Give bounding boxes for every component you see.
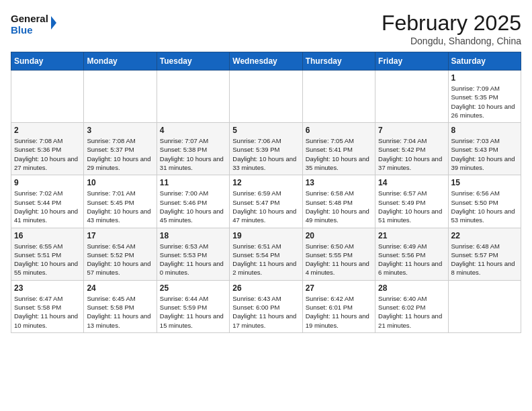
weekday-header-monday: Monday — [84, 52, 157, 71]
page-header: GeneralBlue February 2025 Dongdu, Shando… — [11, 11, 521, 46]
svg-marker-2 — [51, 16, 56, 30]
calendar-cell: 24Sunrise: 6:45 AM Sunset: 5:58 PM Dayli… — [84, 280, 157, 332]
weekday-header-row: SundayMondayTuesdayWednesdayThursdayFrid… — [11, 52, 521, 71]
day-number: 22 — [451, 231, 518, 240]
day-number: 14 — [378, 178, 445, 187]
calendar-cell: 19Sunrise: 6:51 AM Sunset: 5:54 PM Dayli… — [230, 228, 302, 280]
calendar-cell — [84, 71, 157, 123]
day-info: Sunrise: 6:49 AM Sunset: 5:56 PM Dayligh… — [378, 242, 445, 277]
day-number: 9 — [14, 178, 81, 187]
calendar-week-1: 1Sunrise: 7:09 AM Sunset: 5:35 PM Daylig… — [11, 71, 521, 123]
day-number: 11 — [160, 178, 226, 187]
weekday-header-thursday: Thursday — [302, 52, 375, 71]
day-info: Sunrise: 7:08 AM Sunset: 5:37 PM Dayligh… — [87, 136, 153, 172]
day-number: 5 — [232, 126, 299, 135]
day-info: Sunrise: 6:48 AM Sunset: 5:57 PM Dayligh… — [451, 242, 518, 277]
calendar-cell: 16Sunrise: 6:55 AM Sunset: 5:51 PM Dayli… — [11, 228, 84, 280]
day-info: Sunrise: 7:09 AM Sunset: 5:35 PM Dayligh… — [451, 84, 518, 120]
location: Dongdu, Shandong, China — [382, 36, 521, 46]
calendar-cell — [11, 71, 84, 123]
weekday-header-wednesday: Wednesday — [230, 52, 302, 71]
day-info: Sunrise: 6:59 AM Sunset: 5:47 PM Dayligh… — [232, 189, 299, 224]
day-info: Sunrise: 7:07 AM Sunset: 5:38 PM Dayligh… — [160, 136, 226, 172]
calendar-cell: 5Sunrise: 7:06 AM Sunset: 5:39 PM Daylig… — [230, 123, 302, 175]
day-number: 12 — [232, 178, 299, 187]
day-number: 25 — [160, 283, 226, 293]
day-number: 8 — [451, 126, 518, 135]
calendar-cell — [448, 280, 521, 332]
calendar-cell: 21Sunrise: 6:49 AM Sunset: 5:56 PM Dayli… — [375, 228, 448, 280]
calendar-cell: 13Sunrise: 6:58 AM Sunset: 5:48 PM Dayli… — [302, 175, 375, 228]
calendar-cell: 15Sunrise: 6:56 AM Sunset: 5:50 PM Dayli… — [448, 175, 521, 228]
weekday-header-saturday: Saturday — [448, 52, 521, 71]
day-info: Sunrise: 6:44 AM Sunset: 5:59 PM Dayligh… — [160, 294, 226, 330]
weekday-header-friday: Friday — [375, 52, 448, 71]
day-number: 20 — [306, 231, 372, 240]
day-info: Sunrise: 7:02 AM Sunset: 5:44 PM Dayligh… — [14, 189, 81, 224]
day-info: Sunrise: 6:51 AM Sunset: 5:54 PM Dayligh… — [232, 242, 299, 277]
calendar-cell: 14Sunrise: 6:57 AM Sunset: 5:49 PM Dayli… — [375, 175, 448, 228]
day-number: 4 — [160, 126, 226, 135]
day-number: 19 — [232, 231, 299, 240]
day-info: Sunrise: 6:43 AM Sunset: 6:00 PM Dayligh… — [232, 294, 299, 330]
calendar-cell: 23Sunrise: 6:47 AM Sunset: 5:58 PM Dayli… — [11, 280, 84, 332]
day-info: Sunrise: 6:47 AM Sunset: 5:58 PM Dayligh… — [14, 294, 81, 330]
month-title: February 2025 — [382, 11, 521, 36]
calendar-cell: 17Sunrise: 6:54 AM Sunset: 5:52 PM Dayli… — [84, 228, 157, 280]
calendar-week-4: 16Sunrise: 6:55 AM Sunset: 5:51 PM Dayli… — [11, 228, 521, 280]
day-info: Sunrise: 7:08 AM Sunset: 5:36 PM Dayligh… — [14, 136, 81, 172]
day-number: 13 — [306, 178, 372, 187]
calendar-cell: 18Sunrise: 6:53 AM Sunset: 5:53 PM Dayli… — [157, 228, 229, 280]
calendar-cell: 3Sunrise: 7:08 AM Sunset: 5:37 PM Daylig… — [84, 123, 157, 175]
calendar-cell — [157, 71, 229, 123]
calendar-cell: 11Sunrise: 7:00 AM Sunset: 5:46 PM Dayli… — [157, 175, 229, 228]
day-info: Sunrise: 7:00 AM Sunset: 5:46 PM Dayligh… — [160, 189, 226, 224]
day-info: Sunrise: 7:04 AM Sunset: 5:42 PM Dayligh… — [378, 136, 445, 172]
calendar-cell: 7Sunrise: 7:04 AM Sunset: 5:42 PM Daylig… — [375, 123, 448, 175]
svg-text:General: General — [11, 13, 48, 24]
calendar-week-3: 9Sunrise: 7:02 AM Sunset: 5:44 PM Daylig… — [11, 175, 521, 228]
day-info: Sunrise: 6:45 AM Sunset: 5:58 PM Dayligh… — [87, 294, 153, 330]
day-number: 18 — [160, 231, 226, 240]
day-number: 28 — [378, 283, 445, 293]
calendar-cell — [375, 71, 448, 123]
day-info: Sunrise: 6:42 AM Sunset: 6:01 PM Dayligh… — [306, 294, 372, 330]
day-number: 17 — [87, 231, 153, 240]
day-number: 21 — [378, 231, 445, 240]
day-info: Sunrise: 6:53 AM Sunset: 5:53 PM Dayligh… — [160, 242, 226, 277]
day-number: 7 — [378, 126, 445, 135]
calendar-cell: 9Sunrise: 7:02 AM Sunset: 5:44 PM Daylig… — [11, 175, 84, 228]
day-number: 16 — [14, 231, 81, 240]
calendar-cell: 2Sunrise: 7:08 AM Sunset: 5:36 PM Daylig… — [11, 123, 84, 175]
day-number: 3 — [87, 126, 153, 135]
day-number: 6 — [306, 126, 372, 135]
day-info: Sunrise: 6:57 AM Sunset: 5:49 PM Dayligh… — [378, 189, 445, 224]
day-number: 23 — [14, 283, 81, 293]
title-block: February 2025 Dongdu, Shandong, China — [382, 11, 521, 46]
calendar-week-5: 23Sunrise: 6:47 AM Sunset: 5:58 PM Dayli… — [11, 280, 521, 332]
weekday-header-sunday: Sunday — [11, 52, 84, 71]
logo-svg: GeneralBlue — [11, 11, 58, 38]
calendar-cell: 8Sunrise: 7:03 AM Sunset: 5:43 PM Daylig… — [448, 123, 521, 175]
day-number: 1 — [451, 73, 518, 83]
calendar-cell: 1Sunrise: 7:09 AM Sunset: 5:35 PM Daylig… — [448, 71, 521, 123]
calendar-cell: 27Sunrise: 6:42 AM Sunset: 6:01 PM Dayli… — [302, 280, 375, 332]
day-number: 2 — [14, 126, 81, 135]
calendar-week-2: 2Sunrise: 7:08 AM Sunset: 5:36 PM Daylig… — [11, 123, 521, 175]
day-info: Sunrise: 7:01 AM Sunset: 5:45 PM Dayligh… — [87, 189, 153, 224]
calendar-cell: 25Sunrise: 6:44 AM Sunset: 5:59 PM Dayli… — [157, 280, 229, 332]
calendar-cell — [230, 71, 302, 123]
day-info: Sunrise: 6:50 AM Sunset: 5:55 PM Dayligh… — [306, 242, 372, 277]
day-info: Sunrise: 7:06 AM Sunset: 5:39 PM Dayligh… — [232, 136, 299, 172]
calendar-cell: 22Sunrise: 6:48 AM Sunset: 5:57 PM Dayli… — [448, 228, 521, 280]
day-info: Sunrise: 7:05 AM Sunset: 5:41 PM Dayligh… — [306, 136, 372, 172]
calendar-table: SundayMondayTuesdayWednesdayThursdayFrid… — [11, 52, 521, 333]
day-number: 26 — [232, 283, 299, 293]
day-number: 24 — [87, 283, 153, 293]
day-info: Sunrise: 6:56 AM Sunset: 5:50 PM Dayligh… — [451, 189, 518, 224]
calendar-cell: 28Sunrise: 6:40 AM Sunset: 6:02 PM Dayli… — [375, 280, 448, 332]
calendar-cell: 10Sunrise: 7:01 AM Sunset: 5:45 PM Dayli… — [84, 175, 157, 228]
day-info: Sunrise: 6:40 AM Sunset: 6:02 PM Dayligh… — [378, 294, 445, 330]
weekday-header-tuesday: Tuesday — [157, 52, 229, 71]
svg-text:Blue: Blue — [11, 24, 33, 36]
